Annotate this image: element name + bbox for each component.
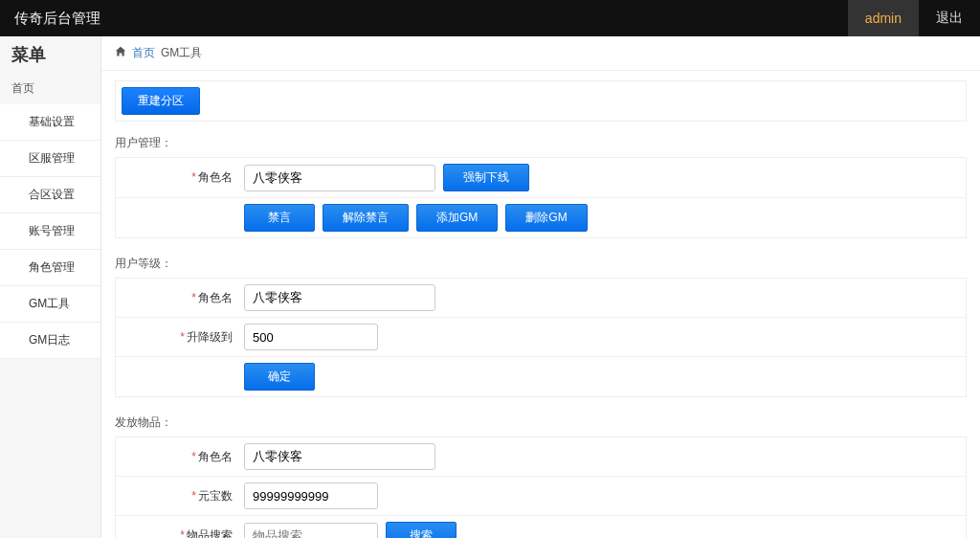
label-item-search: 物品搜索 — [187, 528, 233, 538]
label-role1: 角色名 — [198, 170, 233, 184]
label-gold: 元宝数 — [198, 489, 233, 503]
unmute-button[interactable]: 解除禁言 — [323, 204, 409, 232]
label-role2: 角色名 — [198, 291, 233, 304]
user-manage-form: *角色名 强制下线 禁言 解除禁言 添加GM 删除GM — [115, 157, 967, 238]
sidebar-item-account[interactable]: 账号管理 — [0, 213, 100, 250]
breadcrumb-current: GM工具 — [161, 45, 202, 61]
label-levelto: 升降级到 — [187, 330, 233, 344]
nav-logout[interactable]: 退出 — [919, 0, 980, 36]
input-item-search[interactable] — [244, 523, 378, 539]
sidebar-item-role[interactable]: 角色管理 — [0, 250, 100, 286]
sidebar-item-zone[interactable]: 区服管理 — [0, 141, 100, 177]
add-gm-button[interactable]: 添加GM — [416, 204, 498, 232]
sidebar-title: 菜单 — [0, 36, 100, 73]
section-send-item: 发放物品： — [115, 415, 967, 431]
sidebar-item-merge[interactable]: 合区设置 — [0, 177, 100, 213]
breadcrumb: 首页 GM工具 — [101, 36, 980, 71]
sidebar: 菜单 首页 基础设置 区服管理 合区设置 账号管理 角色管理 GM工具 GM日志 — [0, 36, 101, 538]
breadcrumb-home[interactable]: 首页 — [132, 45, 155, 61]
sidebar-item-basic[interactable]: 基础设置 — [0, 104, 100, 141]
input-role2[interactable] — [244, 284, 435, 311]
force-offline-button[interactable]: 强制下线 — [443, 164, 529, 191]
section-user-manage: 用户管理： — [115, 135, 967, 151]
send-item-form: *角色名 *元宝数 *物品搜索 搜索 *物品名称 — [115, 437, 967, 538]
user-level-form: *角色名 *升降级到 确定 — [115, 278, 967, 397]
sidebar-home[interactable]: 首页 — [0, 73, 100, 104]
app-brand: 传奇后台管理 — [14, 10, 100, 28]
input-level[interactable] — [244, 324, 378, 350]
sidebar-item-gmtool[interactable]: GM工具 — [0, 286, 100, 323]
top-nav: 传奇后台管理 admin 退出 — [0, 0, 980, 36]
sidebar-item-gmlog[interactable]: GM日志 — [0, 323, 100, 359]
rebuild-button[interactable]: 重建分区 — [122, 87, 200, 115]
home-icon — [115, 46, 126, 60]
confirm-button[interactable]: 确定 — [244, 363, 315, 391]
content: 首页 GM工具 重建分区 用户管理： *角色名 强制下线 禁言 解除禁言 添加G… — [101, 36, 980, 538]
nav-user[interactable]: admin — [848, 0, 919, 36]
input-role1[interactable] — [244, 165, 435, 191]
search-button[interactable]: 搜索 — [386, 522, 457, 538]
input-gold[interactable] — [244, 482, 378, 509]
del-gm-button[interactable]: 删除GM — [505, 204, 587, 232]
input-role3[interactable] — [244, 443, 435, 470]
label-role3: 角色名 — [198, 450, 233, 463]
mute-button[interactable]: 禁言 — [244, 204, 315, 232]
rebuild-panel: 重建分区 — [115, 80, 967, 122]
section-user-level: 用户等级： — [115, 256, 967, 272]
